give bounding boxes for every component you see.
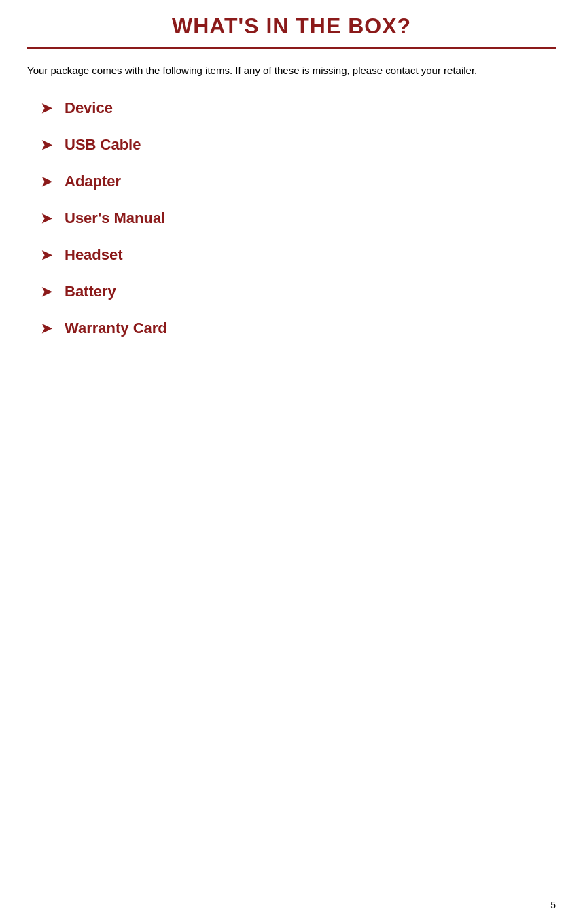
intro-paragraph: Your package comes with the following it… xyxy=(27,63,556,79)
list-item-adapter: ➤Adapter xyxy=(41,173,556,190)
list-item-battery: ➤Battery xyxy=(41,283,556,301)
arrow-icon: ➤ xyxy=(41,137,52,153)
arrow-icon: ➤ xyxy=(41,100,52,116)
title-divider xyxy=(27,47,556,49)
page-title: WHAT'S IN THE BOX? xyxy=(27,14,556,44)
arrow-icon: ➤ xyxy=(41,320,52,337)
page-container: WHAT'S IN THE BOX? Your package comes wi… xyxy=(0,0,583,924)
arrow-icon: ➤ xyxy=(41,173,52,190)
list-item-usb-cable: ➤USB Cable xyxy=(41,136,556,154)
arrow-icon: ➤ xyxy=(41,210,52,226)
list-item-headset: ➤Headset xyxy=(41,246,556,264)
arrow-icon: ➤ xyxy=(41,247,52,263)
box-items-list: ➤Device➤USB Cable➤Adapter➤User's Manual➤… xyxy=(27,99,556,337)
item-label-users-manual: User's Manual xyxy=(65,209,165,227)
item-label-battery: Battery xyxy=(65,283,116,301)
arrow-icon: ➤ xyxy=(41,284,52,300)
item-label-warranty-card: Warranty Card xyxy=(65,320,167,337)
page-number: 5 xyxy=(550,900,556,910)
list-item-warranty-card: ➤Warranty Card xyxy=(41,320,556,337)
list-item-device: ➤Device xyxy=(41,99,556,117)
item-label-headset: Headset xyxy=(65,246,123,264)
list-item-users-manual: ➤User's Manual xyxy=(41,209,556,227)
item-label-device: Device xyxy=(65,99,113,117)
item-label-usb-cable: USB Cable xyxy=(65,136,141,154)
item-label-adapter: Adapter xyxy=(65,173,121,190)
